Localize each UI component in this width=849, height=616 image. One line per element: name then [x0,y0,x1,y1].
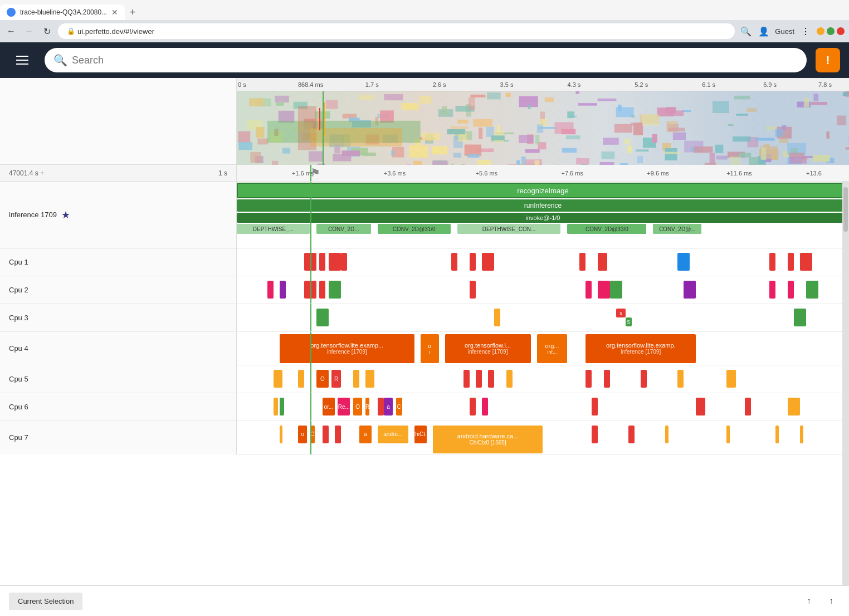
lock-icon: 🔒 [67,27,75,35]
cpu5-label: Cpu 5 [0,365,237,393]
ruler-tick-4: 3.5 s [500,81,514,88]
account-button[interactable]: 👤 [757,25,770,38]
conv2d-bar-31[interactable]: CONV_2D@31/0 [378,224,451,234]
cpu1-track: Cpu 1 [0,248,849,276]
active-tab[interactable]: trace-blueline-QQ3A.20080... ✕ [0,4,125,20]
inference-label: inference 1709 ★ [0,182,237,248]
notification-icon: ! [826,54,830,67]
cpu4-label: Cpu 4 [0,332,237,365]
overview-content: 0 s 868.4 ms 1.7 s 2.6 s 3.5 s 4.3 s 5.2… [237,78,849,165]
detail-tick-1: +3.6 ms [384,170,406,177]
address-input[interactable]: 🔒 ui.perfetto.dev/#!/viewer [58,23,735,39]
search-bar: 🔍 [45,48,807,72]
detail-tick-5: +11.6 ms [726,170,752,177]
cpu2-track: Cpu 2 [0,276,849,304]
depthwise-bar-1[interactable]: DEPTHWISE_... [237,224,310,234]
invoke-bar[interactable]: invoke@-1/0 [237,213,849,223]
cpu5-track: Cpu 5 O R [0,365,849,393]
conv2d-bar-1[interactable]: CONV_2D... [316,224,372,234]
toolbar: 🔍 ! [0,42,849,78]
browser-chrome: trace-blueline-QQ3A.20080... ✕ + ← → ↻ 🔒… [0,0,849,42]
detail-tick-3: +7.6 ms [561,170,583,177]
ruler-tick-1: 868.4 ms [298,81,323,88]
cpu3-label: Cpu 3 [0,304,237,331]
conv2d-bar-last[interactable]: CONV_2D@... [653,224,702,234]
ruler-tick-0: 0 s [238,81,246,88]
cpu2-content [237,276,849,304]
restore-button[interactable] [827,27,835,35]
app: 🔍 ! 0 s 868.4 ms 1.7 s 2.6 s 3.5 s 4.3 s… [0,42,849,616]
scroll-thumb[interactable] [843,187,848,232]
close-button[interactable] [837,27,845,35]
cpu4-track: Cpu 4 org.tensorflow.lite.examp... infer… [0,332,849,365]
back-button[interactable]: ← [4,25,18,38]
cpu5-content: O R [237,365,849,393]
cpu4-content: org.tensorflow.lite.examp... inference [… [237,332,849,365]
tracks-container: inference 1709 ★ recognizeImage runInfer… [0,182,849,585]
overview-label [0,78,237,165]
overview-row: 0 s 868.4 ms 1.7 s 2.6 s 3.5 s 4.3 s 5.2… [0,78,849,165]
cpu6-content: or... Re... O R a C [237,393,849,421]
cpu3-content: s S [237,304,849,331]
tab-title: trace-blueline-QQ3A.20080... [20,8,107,16]
ruler-tick-6: 5.2 s [635,81,648,88]
ruler-tick-8: 6.9 s [763,81,777,88]
address-bar: ← → ↻ 🔒 ui.perfetto.dev/#!/viewer 🔍 👤 Gu… [0,20,849,42]
minimize-button[interactable] [817,27,824,35]
cpu7-track: Cpu 7 o C a andro... ChiCt... android.ha… [0,421,849,454]
url-text: ui.perfetto.dev/#!/viewer [77,27,154,36]
inference-content: recognizeImage runInference invoke@-1/0 … [237,182,849,248]
more-button[interactable]: ⋮ [799,25,812,38]
cpu7-label: Cpu 7 [0,421,237,454]
cpu1-label: Cpu 1 [0,248,237,276]
detail-tick-0: +1.6 ms [292,170,314,177]
detail-time-row: 47001.4 s + 1 s +1.6 ms +3.6 ms +5.6 ms … [0,165,849,182]
detail-tick-6: +13.6 [806,170,822,177]
time-detail-label: 47001.4 s + 1 s [0,165,237,181]
time-left-label: 47001.4 s + [9,169,44,177]
cpu6-label: Cpu 6 [0,393,237,421]
detail-tick-2: +5.6 ms [476,170,497,177]
run-inference-bar[interactable]: runInference [237,199,849,212]
depthwise-bar-2[interactable]: DEPTHWISE_CON... [457,224,562,234]
zoom-button[interactable]: 🔍 [739,25,753,38]
inference-name: inference 1709 [9,211,57,219]
inference-track: inference 1709 ★ recognizeImage runInfer… [0,182,849,248]
tab-close-icon[interactable]: ✕ [111,8,118,17]
ruler-tick-3: 2.6 s [433,81,446,88]
tab-favicon [7,8,16,17]
time-detail-content: +1.6 ms +3.6 ms +5.6 ms +7.6 ms +9.6 ms … [237,165,849,181]
cpu1-content [237,248,849,276]
detail-tick-4: +9.6 ms [647,170,669,177]
scroll-up-button[interactable]: ↑ [800,592,818,610]
forward-button[interactable]: → [22,25,36,38]
recognize-image-bar[interactable]: recognizeImage [237,183,849,198]
minimap-ruler: 0 s 868.4 ms 1.7 s 2.6 s 3.5 s 4.3 s 5.2… [237,78,849,91]
conv2d-bar-33[interactable]: CONV_2D@33/0 [567,224,647,234]
current-selection-tab[interactable]: Current Selection [9,593,82,610]
vertical-scrollbar[interactable] [842,182,849,585]
expand-button[interactable]: ↑ [822,592,840,610]
tab-bar: trace-blueline-QQ3A.20080... ✕ + [0,0,849,20]
ruler-tick-2: 1.7 s [365,81,379,88]
star-icon: ★ [61,209,70,221]
menu-button[interactable] [9,47,36,74]
status-bar: Current Selection ↑ ↑ [0,585,849,616]
cpu3-track: Cpu 3 s S [0,304,849,332]
cpu2-label: Cpu 2 [0,276,237,304]
timeline-wrapper: 0 s 868.4 ms 1.7 s 2.6 s 3.5 s 4.3 s 5.2… [0,78,849,585]
new-tab-button[interactable]: + [125,4,140,20]
cpu7-content: o C a andro... ChiCt... android.hardware… [237,421,849,454]
cpu6-track: Cpu 6 or... Re... O R a C [0,393,849,421]
ruler-tick-9: 7.8 s [818,81,832,88]
status-actions: ↑ ↑ [800,592,840,610]
ruler-tick-5: 4.3 s [567,81,580,88]
minimap-visual[interactable] [237,91,849,165]
time-right-label: 1 s [218,169,227,177]
search-icon: 🔍 [53,53,67,67]
notification-button[interactable]: ! [816,48,840,72]
ruler-tick-7: 6.1 s [702,81,715,88]
search-input[interactable] [72,55,798,66]
account-label: Guest [775,27,794,36]
reload-button[interactable]: ↻ [40,25,53,38]
